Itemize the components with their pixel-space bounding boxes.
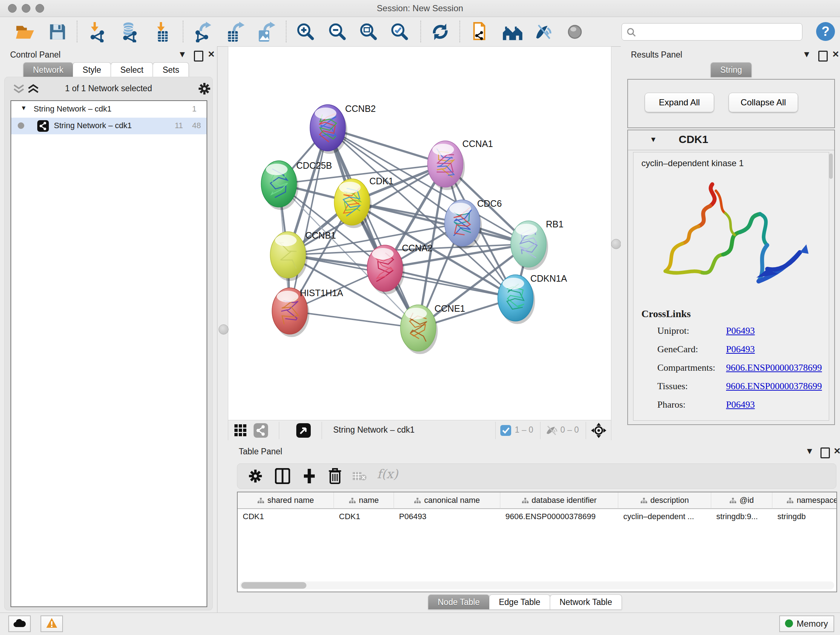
cell-namespace[interactable]: stringdb [772,509,837,524]
crosslink-link[interactable]: 9606.ENSP00000378699 [726,363,822,373]
tab-edge-table[interactable]: Edge Table [489,594,550,609]
warnings-button[interactable] [41,616,63,632]
help-icon[interactable]: ? [816,22,835,41]
save-session-icon[interactable] [47,21,68,42]
column-header-namespace[interactable]: namespace [772,492,837,509]
panel-close-icon[interactable]: ✕ [832,49,839,59]
tab-network[interactable]: Network [23,62,73,77]
left-splitter-handle[interactable] [218,325,229,334]
cell-canonical-name[interactable]: P06493 [394,509,505,524]
network-collection-row[interactable]: ▼ String Network – cdk1 1 [11,101,207,118]
node-CCNB2[interactable]: CCNB2 [310,103,376,154]
grayscale-icon[interactable] [564,21,585,42]
fit-content-icon[interactable] [591,423,607,439]
collapse-all-button[interactable]: Collapse All [729,93,798,112]
expand-all-button[interactable]: Expand All [645,93,714,112]
clear-table-icon[interactable] [352,472,367,481]
memory-button[interactable]: Memory [779,616,834,632]
crosslink-link[interactable]: P06493 [726,344,755,355]
birdseye-view-icon[interactable] [296,423,311,438]
table-hscrollbar[interactable] [240,581,834,589]
tab-network-table[interactable]: Network Table [550,594,622,609]
results-scrollbar[interactable] [829,154,833,179]
right-splitter-handle[interactable] [611,239,621,249]
export-image-icon[interactable] [255,21,276,42]
grid-view-icon[interactable] [234,424,247,437]
zoom-in-icon[interactable] [295,21,316,42]
panel-menu-icon[interactable]: ▼ [805,446,814,456]
node-label-HIST1H1A: HIST1H1A [300,288,343,298]
tab-string[interactable]: String [711,62,752,77]
network-canvas[interactable]: CCNB2CCNA1CDC25BCDK1CDC6RB1CCNB1CCNA2CDK… [228,46,611,421]
cell-database-identifier[interactable]: 9606.ENSP00000378699 [500,509,623,524]
panel-menu-icon[interactable]: ▼ [802,49,811,59]
column-header--id[interactable]: @id [711,492,772,509]
panel-close-icon[interactable]: ✕ [834,446,840,456]
export-network-icon[interactable] [193,21,213,42]
import-network-file-icon[interactable] [87,21,108,42]
zoom-out-icon[interactable] [327,21,348,42]
crosslink-link[interactable]: 9606.ENSP00000378699 [726,381,822,392]
memory-status-dot [785,619,793,627]
tab-sets[interactable]: Sets [153,62,189,77]
node-CCNA2[interactable]: CCNA2 [367,243,433,295]
network-row-selected[interactable]: String Network – cdk1 11 48 [11,118,207,134]
zoom-selected-icon[interactable] [389,21,410,42]
delete-column-icon[interactable] [328,467,342,484]
string-home-icon[interactable] [502,21,523,42]
node-HIST1H1A[interactable]: HIST1H1A [272,288,343,337]
network-graph[interactable]: CCNB2CCNA1CDC25BCDK1CDC6RB1CCNB1CCNA2CDK… [228,47,611,420]
hidden-eye-icon[interactable] [545,424,557,436]
gear-icon[interactable] [248,469,263,483]
cell-shared-name[interactable]: CDK1 [238,509,339,524]
column-header-description[interactable]: description [618,492,711,509]
open-session-icon[interactable] [14,21,35,42]
cell-name[interactable]: CDK1 [334,509,399,524]
node-CCNA1[interactable]: CCNA1 [428,139,493,190]
column-header-canonical-name[interactable]: canonical name [394,492,500,509]
panel-float-icon[interactable] [818,51,828,62]
node-CDKN1A[interactable]: CDKN1A [498,273,567,324]
tab-style[interactable]: Style [73,62,111,77]
refresh-icon[interactable] [430,21,451,42]
import-network-database-icon[interactable] [118,21,140,42]
toolbar-separator [459,21,460,42]
hscrollbar-thumb[interactable] [241,582,306,589]
gear-icon[interactable] [198,82,211,95]
node-CCNB1[interactable]: CCNB1 [270,230,336,281]
string-import-icon[interactable] [470,21,491,42]
network-view-icon[interactable] [254,423,268,438]
panel-float-icon[interactable] [194,51,203,62]
column-header-name[interactable]: name [334,492,394,509]
edge-CCNA2-CDKN1A[interactable] [385,268,515,298]
panel-close-icon[interactable]: ✕ [208,49,215,59]
node-table[interactable]: shared namenamecanonical namedatabase id… [237,492,837,592]
import-table-icon[interactable] [152,21,173,42]
crosslink-link[interactable]: P06493 [726,399,755,410]
search-input[interactable] [622,23,802,41]
cloud-button[interactable] [8,616,31,632]
tab-select[interactable]: Select [111,62,153,77]
enhanced-labels-icon[interactable] [533,21,554,42]
edge-CCNB2-HIST1H1A[interactable] [290,128,328,311]
export-table-icon[interactable] [224,21,245,42]
panel-float-icon[interactable] [821,448,830,458]
selected-checkbox-icon[interactable] [500,425,511,436]
tree-expand-icon[interactable]: ▼ [21,105,27,112]
column-header-database-identifier[interactable]: database identifier [500,492,618,509]
show-columns-icon[interactable] [275,468,290,484]
edge-CCNB2-CCNE1[interactable] [328,128,418,328]
cell--id[interactable]: stringdb:9... [711,509,777,524]
crosslink-link[interactable]: P06493 [726,325,755,336]
panel-menu-icon[interactable]: ▼ [178,49,187,59]
cell-description[interactable]: cyclin–dependent ... [618,509,716,524]
zoom-fit-icon[interactable] [358,21,379,42]
add-column-icon[interactable] [302,468,317,484]
gene-header[interactable]: ▼ CDK1 [628,130,834,150]
function-builder-icon[interactable]: f(x) [377,467,398,481]
node-CCNE1[interactable]: CCNE1 [401,303,465,354]
column-header-shared-name[interactable]: shared name [238,492,334,509]
node-RB1[interactable]: RB1 [511,219,564,270]
tab-node-table[interactable]: Node Table [428,594,489,609]
collapse-gene-icon[interactable]: ▼ [650,135,657,144]
